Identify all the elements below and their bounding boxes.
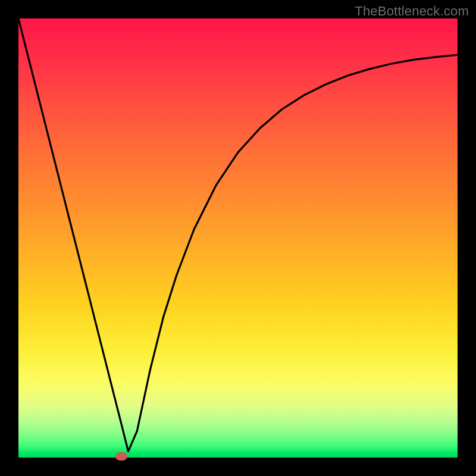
minimum-marker	[115, 452, 127, 461]
chart-frame: TheBottleneck.com	[0, 0, 476, 476]
plot-area	[18, 18, 458, 458]
bottleneck-curve	[18, 18, 458, 458]
attribution-text: TheBottleneck.com	[355, 4, 469, 19]
